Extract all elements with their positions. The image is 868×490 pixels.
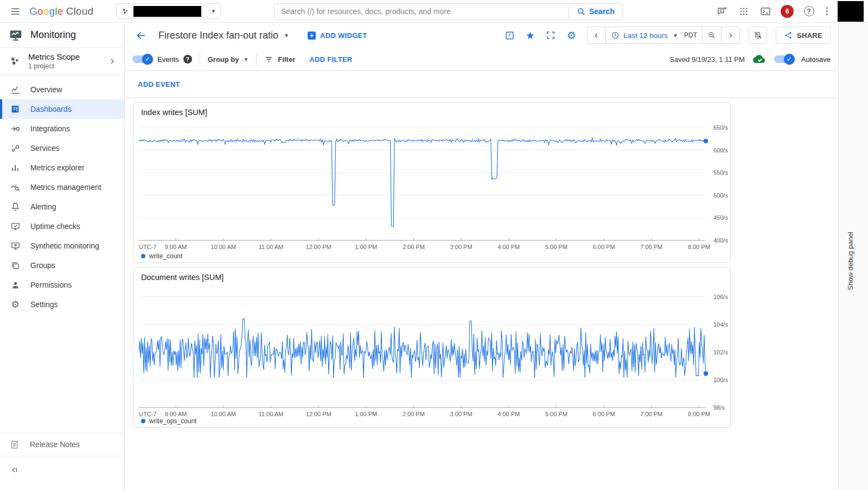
events-help-icon[interactable]: ? [183, 55, 192, 63]
share-label: SHARE [797, 31, 822, 40]
events-toggle[interactable]: ✓ [132, 55, 151, 63]
autosave-toggle[interactable]: ✓ [774, 55, 793, 63]
sidebar-item-label: Metrics explorer [30, 163, 85, 172]
zoom-out-button[interactable] [702, 27, 721, 43]
favorite-star-icon[interactable]: ★ [522, 27, 538, 43]
back-arrow-button[interactable] [132, 27, 150, 44]
alerting-icon [10, 201, 21, 212]
svg-text:9:00 AM: 9:00 AM [165, 411, 187, 417]
sidebar-item-metrics-explorer[interactable]: Metrics explorer [0, 158, 124, 177]
add-event-button[interactable]: ADD EVENT [138, 80, 180, 88]
release-notes-link[interactable]: Release Notes [0, 432, 124, 456]
dashboard-title: Firestore Index fan-out ratio [158, 30, 278, 41]
time-back-button[interactable] [588, 27, 605, 43]
sidebar-item-overview[interactable]: Overview [0, 80, 124, 99]
svg-text:1:00 PM: 1:00 PM [355, 411, 377, 417]
show-debug-panel-button[interactable]: Show debug panel [846, 232, 854, 290]
time-forward-button[interactable] [721, 27, 739, 43]
search-button[interactable]: Search [569, 3, 623, 20]
svg-text:10:00 AM: 10:00 AM [210, 411, 235, 417]
svg-text:1:00 PM: 1:00 PM [355, 244, 377, 250]
saved-status: Saved 9/19/23, 1:11 PM [669, 55, 745, 63]
sidebar-item-label: Integrations [30, 124, 70, 133]
add-widget-button[interactable]: + ADD WIDGET [308, 31, 367, 40]
metrics-scope-subtitle: 1 project [28, 62, 80, 70]
sidebar-item-synthetic-monitoring[interactable]: Synthetic monitoring [0, 236, 124, 256]
svg-text:UTC-7: UTC-7 [139, 244, 156, 250]
avatar[interactable] [838, 1, 864, 22]
groups-icon [10, 260, 21, 271]
feedback-icon[interactable] [713, 2, 731, 21]
svg-text:650/s: 650/s [713, 124, 728, 131]
svg-text:8:00 PM: 8:00 PM [688, 411, 710, 417]
project-selector[interactable]: ▼ [116, 3, 221, 19]
svg-text:98/s: 98/s [713, 404, 725, 411]
fullscreen-icon[interactable] [542, 27, 559, 43]
svg-text:500/s: 500/s [713, 192, 728, 199]
time-range-control: Last 12 hours ▼ PDT [587, 27, 740, 44]
chevron-down-icon: ▼ [244, 56, 249, 62]
permissions-icon [10, 279, 21, 290]
svg-text:4:00 PM: 4:00 PM [497, 244, 520, 250]
metrics-scope-selector[interactable]: Metrics Scope 1 project [0, 48, 124, 75]
svg-text:106/s: 106/s [713, 294, 728, 300]
svg-text:UTC-7: UTC-7 [139, 411, 156, 417]
search-input[interactable] [274, 3, 569, 20]
group-by-label: Group by [208, 55, 239, 63]
sidebar-item-settings[interactable]: ⚙ Settings [0, 295, 124, 314]
notifications-badge[interactable]: 6 [778, 2, 796, 21]
sidebar-item-services[interactable]: Services [0, 138, 124, 158]
chart-legend: write_ops_count [141, 417, 196, 425]
sidebar-item-alerting[interactable]: Alerting [0, 197, 124, 217]
dashboard-settings-gear-icon[interactable]: ⚙ [563, 27, 579, 43]
svg-text:8:00 PM: 8:00 PM [688, 244, 710, 250]
autosave-label: Autosave [801, 55, 831, 63]
sidebar-item-permissions[interactable]: Permissions [0, 275, 124, 295]
share-button[interactable]: SHARE [776, 27, 831, 44]
add-filter-button[interactable]: ADD FILTER [309, 55, 352, 63]
legend-label: write_ops_count [149, 417, 196, 425]
saved-cloud-check-icon [752, 54, 767, 65]
search-icon [577, 7, 586, 16]
monitoring-logo-icon [9, 28, 23, 42]
collapse-sidebar-button[interactable] [0, 459, 124, 481]
chart-legend: write_count [141, 252, 182, 260]
index-writes-chart[interactable]: 650/s600/s550/s500/s450/s400/s9:00 AM10:… [139, 122, 730, 258]
sidebar-item-groups[interactable]: Groups [0, 256, 124, 275]
plus-icon: + [308, 31, 316, 40]
chevron-right-icon [108, 57, 117, 66]
overview-icon [10, 84, 21, 95]
legend-label: write_count [149, 252, 182, 260]
svg-text:3:00 PM: 3:00 PM [450, 244, 473, 250]
time-caret-icon: ▼ [673, 33, 678, 39]
sidebar-item-dashboards[interactable]: Dashboards [0, 99, 124, 119]
title-dropdown-icon[interactable]: ▼ [284, 33, 289, 39]
legend-dot [141, 254, 145, 258]
group-by-dropdown[interactable]: Group by ▼ [208, 55, 249, 63]
collapse-icon [10, 465, 20, 475]
sidebar-item-label: Settings [30, 300, 58, 309]
snooze-alerts-button[interactable] [749, 27, 767, 44]
sidebar: Monitoring Metrics Scope 1 project Overv… [0, 23, 125, 490]
sidebar-item-uptime-checks[interactable]: Uptime checks [0, 217, 124, 236]
info-panel-icon[interactable] [501, 27, 518, 43]
help-icon[interactable]: ? [800, 2, 818, 21]
menu-icon[interactable] [4, 1, 26, 22]
settings-gear-icon: ⚙ [10, 299, 21, 310]
app-title: Monitoring [30, 29, 76, 41]
sidebar-item-metrics-management[interactable]: Metrics management [0, 177, 124, 197]
time-range-selector[interactable]: Last 12 hours ▼ PDT [605, 27, 702, 43]
svg-text:11:00 AM: 11:00 AM [259, 411, 284, 417]
monitoring-header: Monitoring [0, 23, 124, 48]
more-options-icon[interactable]: ⋮ [821, 2, 832, 21]
sidebar-item-integrations[interactable]: Integrations [0, 119, 124, 138]
clock-icon [611, 31, 620, 40]
project-name-redacted [133, 6, 201, 17]
integrations-icon [10, 123, 21, 134]
cloud-shell-icon[interactable] [756, 2, 775, 21]
metrics-scope-title: Metrics Scope [28, 52, 80, 61]
filter-button[interactable]: Filter [264, 55, 295, 64]
apps-grid-icon[interactable] [735, 2, 753, 21]
top-app-bar: Google Cloud ▼ Search [0, 0, 868, 23]
document-writes-chart[interactable]: 106/s104/s102/s100/s98/s9:00 AM10:00 AM1… [139, 287, 730, 423]
